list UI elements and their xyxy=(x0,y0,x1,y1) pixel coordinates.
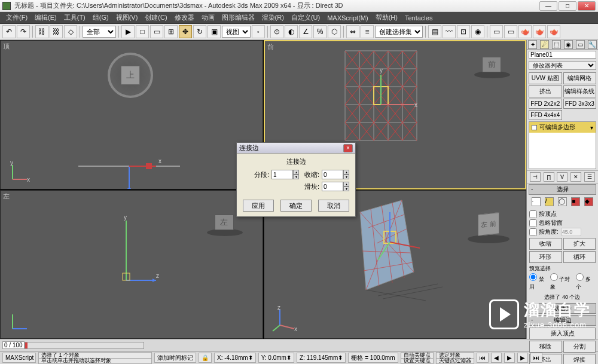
select-rotate-button[interactable]: ↻ xyxy=(193,25,206,38)
link-button[interactable]: ⛓ xyxy=(35,25,48,38)
pivot-button[interactable]: ◦ xyxy=(252,25,265,38)
viewport-left[interactable]: 左 左 y z xyxy=(0,190,263,339)
menu-maxscript[interactable]: MAXScript(M) xyxy=(324,13,371,23)
menu-rendering[interactable]: 渲染(R) xyxy=(258,12,288,23)
weld-button[interactable]: 焊接 xyxy=(563,354,596,364)
viewcube-top[interactable]: 上 xyxy=(108,53,155,100)
menu-tools[interactable]: 工具(T) xyxy=(60,12,89,23)
unique-button[interactable]: ∀ xyxy=(557,172,568,182)
menu-help[interactable]: 帮助(H) xyxy=(372,12,401,23)
render-frame-button[interactable]: ▭ xyxy=(504,25,517,38)
menu-file[interactable]: 文件(F) xyxy=(2,12,31,23)
cancel-button[interactable]: 取消 xyxy=(318,200,349,212)
mirror-button[interactable]: ⇔ xyxy=(346,25,359,38)
show-end-button[interactable]: ∏ xyxy=(544,172,554,182)
coord-y[interactable]: Y: 0.0mm⬍ xyxy=(258,353,294,363)
slide-spinner[interactable]: ▴▾ xyxy=(322,182,349,191)
spinner-snap-button[interactable]: ⬡ xyxy=(328,25,341,38)
select-object-button[interactable]: ▶ xyxy=(121,25,135,38)
named-selection-combo[interactable]: 创建选择集 xyxy=(375,26,423,38)
menu-customize[interactable]: 自定义(U) xyxy=(288,12,324,23)
lock-icon[interactable]: 🔒 xyxy=(199,353,212,363)
dialog-titlebar[interactable]: 连接边 × xyxy=(237,143,355,154)
curve-editor-button[interactable]: 〰 xyxy=(443,25,456,38)
window-crossing-button[interactable]: ⊞ xyxy=(164,25,178,38)
pin-stack-button[interactable]: ⊣ xyxy=(530,172,541,182)
stack-editable-poly[interactable]: 可编辑多边形 ▾ xyxy=(529,122,596,133)
extrude-button[interactable]: 挤出 xyxy=(529,85,562,97)
uvw-map-button[interactable]: UVW 贴图 xyxy=(529,72,562,84)
angle-snap-button[interactable]: ∠ xyxy=(299,25,312,38)
ring-button[interactable]: 环形 xyxy=(529,251,562,263)
menu-views[interactable]: 视图(V) xyxy=(112,12,142,23)
ffd3-button[interactable]: FFD 3x3x3 xyxy=(563,99,597,109)
object-name-field[interactable] xyxy=(529,51,596,59)
stack-toggle-icon[interactable] xyxy=(532,125,537,130)
manipulate-button[interactable]: ⊙ xyxy=(270,25,283,38)
render-setup-button[interactable]: ▭ xyxy=(490,25,503,38)
render-last-button[interactable]: 🫖 xyxy=(547,25,560,38)
coord-x[interactable]: X: -4.18mm⬍ xyxy=(214,353,256,363)
quick-render-button[interactable]: 🫖 xyxy=(533,25,546,38)
maxscript-label[interactable]: MAXScript xyxy=(2,353,36,363)
ffd2-button[interactable]: FFD 2x2x2 xyxy=(529,99,562,109)
menu-grapheditors[interactable]: 图形编辑器 xyxy=(218,12,258,23)
percent-snap-button[interactable]: % xyxy=(313,25,327,38)
refcoord-combo[interactable]: 视图 xyxy=(222,26,251,38)
element-subobj[interactable]: ◆ xyxy=(584,197,593,206)
subobj-radio[interactable]: 子对象 xyxy=(550,273,575,291)
by-angle-check[interactable]: 按角度: xyxy=(529,228,596,236)
select-name-button[interactable]: □ xyxy=(136,25,149,38)
edit-mesh-button[interactable]: 编辑网格 xyxy=(563,72,597,84)
polygon-subobj[interactable]: ■ xyxy=(571,197,580,206)
timeline-slider[interactable] xyxy=(25,342,144,349)
modifier-list-combo[interactable]: 修改器列表 xyxy=(529,61,596,70)
edit-spline-button[interactable]: 编辑样条线 xyxy=(563,85,597,97)
multi-radio[interactable]: 多个 xyxy=(576,273,596,291)
menu-edit[interactable]: 编辑(E) xyxy=(31,12,60,23)
split-button[interactable]: 分割 xyxy=(563,341,596,353)
viewcube-left[interactable]: 左 xyxy=(204,215,246,238)
loop-button[interactable]: 循环 xyxy=(563,251,596,263)
redo-button[interactable]: ↷ xyxy=(17,25,30,38)
select-move-button[interactable]: ✥ xyxy=(179,25,192,38)
play-start-icon[interactable]: ⏮ xyxy=(477,353,489,363)
menu-create[interactable]: 创建(C) xyxy=(141,12,170,23)
material-button[interactable]: ◉ xyxy=(471,25,484,38)
ignore-backface-check[interactable]: 忽略背面 xyxy=(529,219,596,227)
unlink-button[interactable]: ⛓ xyxy=(50,25,63,38)
segments-spinner[interactable]: ▴▾ xyxy=(271,170,299,179)
schematic-button[interactable]: ⊡ xyxy=(457,25,470,38)
key-filter-button[interactable]: 关键点过滤器 xyxy=(436,358,474,364)
insert-vertex-button[interactable]: 插入顶点 xyxy=(529,328,596,339)
viewport-top[interactable]: 顶 上 x y x xyxy=(0,40,263,189)
disable-radio[interactable]: 禁用 xyxy=(529,273,549,291)
grow-sel-button[interactable]: 扩大 xyxy=(563,238,596,250)
ffd4-button[interactable]: FFD 4x4x4 xyxy=(529,110,562,120)
utilities-tab[interactable]: 🔧 xyxy=(588,40,597,49)
selection-filter-combo[interactable]: 全部 xyxy=(83,26,116,38)
viewcube-persp[interactable]: 左 前 xyxy=(465,211,512,247)
edge-subobj[interactable]: / xyxy=(545,197,554,206)
snap-button[interactable]: ◐ xyxy=(285,25,298,38)
modifier-stack[interactable]: 可编辑多边形 ▾ xyxy=(529,121,596,169)
remove-mod-button[interactable]: ✕ xyxy=(570,172,581,182)
play-prev-icon[interactable]: ◀ xyxy=(491,353,502,363)
border-subobj[interactable]: ◯ xyxy=(558,197,567,206)
hierarchy-tab[interactable]: ⬚ xyxy=(552,40,561,49)
play-icon[interactable]: ▶ xyxy=(504,353,515,363)
menu-modifiers[interactable]: 修改器 xyxy=(171,12,198,23)
add-time-tag[interactable]: 添加时间标记 xyxy=(154,353,196,363)
render-button[interactable]: 🫖 xyxy=(518,25,532,38)
menu-tentacles[interactable]: Tentacles xyxy=(401,13,436,23)
bind-button[interactable]: ◇ xyxy=(64,25,77,38)
shrink-sel-button[interactable]: 收缩 xyxy=(529,238,562,250)
play-next-icon[interactable]: ▶ xyxy=(517,353,528,363)
menu-group[interactable]: 组(G) xyxy=(89,12,112,23)
pinch-spinner[interactable]: ▴▾ xyxy=(322,170,349,179)
by-vertex-check[interactable]: 按顶点 xyxy=(529,210,596,218)
configure-button[interactable]: ☰ xyxy=(584,172,595,182)
coord-z[interactable]: Z: 119.145mm⬍ xyxy=(297,353,346,363)
undo-button[interactable]: ↶ xyxy=(2,25,16,38)
selection-rollout-header[interactable]: -选择 xyxy=(529,184,596,195)
